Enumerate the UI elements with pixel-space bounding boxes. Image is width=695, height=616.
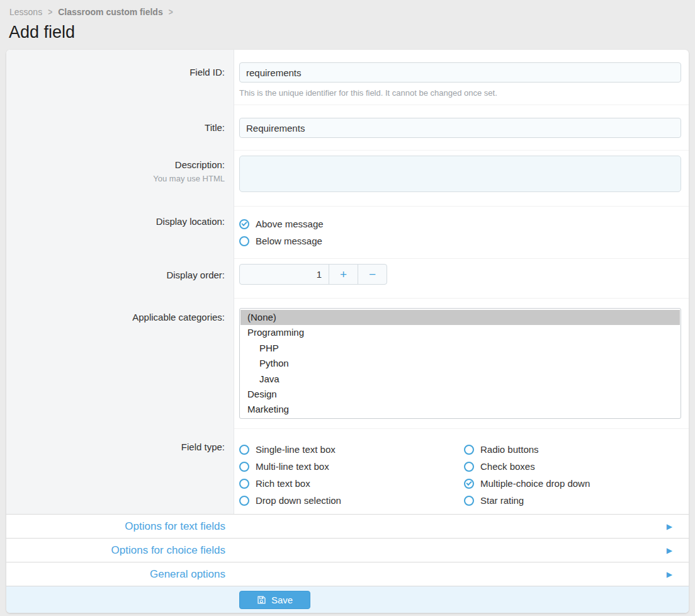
save-icon: [257, 595, 266, 605]
radio-star-rating[interactable]: Star rating: [464, 492, 681, 509]
field-id-help-text: This is the unique identifier for this f…: [239, 88, 681, 98]
field-type-row: Field type: Single-line text box Multi-l…: [6, 429, 689, 514]
radio-below-message-label: Below message: [256, 236, 322, 246]
display-order-label: Display order:: [6, 259, 234, 299]
radio-radio-buttons[interactable]: Radio buttons: [464, 441, 681, 458]
field-id-label: Field ID:: [6, 50, 234, 105]
title-row: Title:: [6, 105, 689, 151]
display-order-row: Display order: + −: [6, 259, 689, 299]
field-type-label: Field type:: [6, 429, 234, 514]
expand-arrow-icon: ▶: [667, 546, 672, 555]
categories-listbox: (None) Programming PHP Python Java Desig…: [239, 308, 681, 419]
page-title: Add field: [9, 23, 695, 42]
field-id-input[interactable]: [239, 62, 681, 83]
radio-multiple-choice-label: Multiple-choice drop down: [480, 478, 590, 489]
radio-unchecked-icon: [464, 445, 474, 455]
display-location-label: Display location:: [6, 207, 234, 259]
list-item-python[interactable]: Python: [240, 356, 680, 371]
radio-below-message[interactable]: Below message: [239, 232, 681, 249]
radio-drop-down-label: Drop down selection: [256, 495, 341, 506]
radio-multiple-choice-drop-down[interactable]: Multiple-choice drop down: [464, 475, 681, 492]
section-options-for-text-fields[interactable]: Options for text fields ▶: [6, 514, 689, 538]
radio-drop-down-selection[interactable]: Drop down selection: [239, 492, 464, 509]
list-item-design[interactable]: Design: [240, 387, 680, 402]
form-footer: Save: [6, 586, 689, 613]
radio-unchecked-icon: [239, 462, 249, 472]
radio-star-rating-label: Star rating: [480, 495, 524, 506]
radio-check-boxes-label: Check boxes: [480, 461, 535, 472]
breadcrumb: Lessons > Classroom custom fields >: [0, 0, 695, 17]
radio-above-message[interactable]: Above message: [239, 215, 681, 232]
radio-unchecked-icon: [464, 462, 474, 472]
save-button[interactable]: Save: [239, 591, 310, 609]
list-item-java[interactable]: Java: [240, 372, 680, 387]
radio-multi-line-text-box[interactable]: Multi-line text box: [239, 458, 464, 475]
title-input[interactable]: [239, 118, 681, 138]
section-options-for-choice-fields[interactable]: Options for choice fields ▶: [6, 538, 689, 562]
radio-check-boxes[interactable]: Check boxes: [464, 458, 681, 475]
section-general-options[interactable]: General options ▶: [6, 562, 689, 586]
radio-unchecked-icon: [239, 445, 249, 455]
field-id-row: Field ID: This is the unique identifier …: [6, 50, 689, 105]
chevron-right-icon: >: [169, 7, 173, 17]
chevron-right-icon: >: [48, 7, 52, 17]
list-item-none[interactable]: (None): [240, 310, 680, 325]
display-order-stepper: + −: [239, 264, 681, 285]
breadcrumb-classroom-custom-fields[interactable]: Classroom custom fields: [58, 7, 163, 17]
radio-unchecked-icon: [464, 496, 474, 506]
section-general-options-label: General options: [6, 568, 234, 581]
increment-button[interactable]: +: [329, 264, 358, 285]
save-button-label: Save: [271, 595, 293, 605]
section-options-for-choice-fields-label: Options for choice fields: [6, 544, 234, 557]
radio-single-line-text-box[interactable]: Single-line text box: [239, 441, 464, 458]
applicable-categories-row: Applicable categories: (None) Programmin…: [6, 299, 689, 429]
radio-rich-text-label: Rich text box: [256, 478, 310, 489]
radio-checked-icon: [239, 219, 249, 229]
expand-arrow-icon: ▶: [667, 522, 672, 531]
display-location-row: Display location: Above message Below me…: [6, 207, 689, 259]
radio-rich-text-box[interactable]: Rich text box: [239, 475, 464, 492]
list-item-marketing[interactable]: Marketing: [240, 402, 680, 417]
description-sublabel: You may use HTML: [6, 174, 225, 183]
add-field-form: Field ID: This is the unique identifier …: [6, 50, 689, 613]
applicable-categories-label: Applicable categories:: [6, 299, 234, 429]
radio-multi-line-label: Multi-line text box: [256, 461, 329, 472]
expand-arrow-icon: ▶: [667, 570, 672, 579]
title-label: Title:: [6, 105, 234, 151]
radio-above-message-label: Above message: [256, 219, 324, 229]
breadcrumb-lessons[interactable]: Lessons: [9, 7, 42, 17]
description-row: Description: You may use HTML: [6, 151, 689, 207]
radio-unchecked-icon: [239, 496, 249, 506]
list-item-php[interactable]: PHP: [240, 341, 680, 356]
display-order-input[interactable]: [239, 264, 329, 285]
description-textarea[interactable]: [239, 156, 681, 192]
description-label: Description:: [6, 159, 225, 170]
list-item-programming[interactable]: Programming: [240, 325, 680, 340]
radio-radio-buttons-label: Radio buttons: [480, 444, 539, 455]
radio-checked-icon: [464, 479, 474, 489]
radio-unchecked-icon: [239, 236, 249, 246]
radio-single-line-label: Single-line text box: [256, 444, 336, 455]
decrement-button[interactable]: −: [358, 264, 387, 285]
radio-unchecked-icon: [239, 479, 249, 489]
section-options-for-text-fields-label: Options for text fields: [6, 520, 234, 533]
